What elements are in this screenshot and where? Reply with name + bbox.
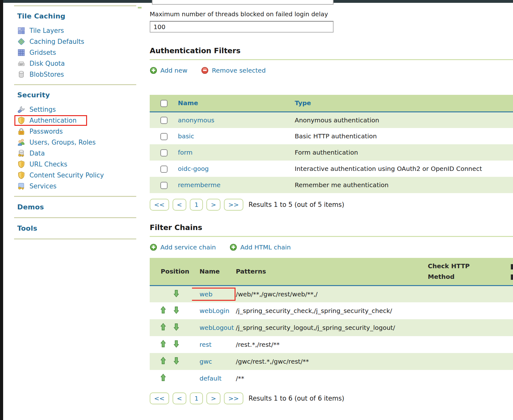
move-up-arrow[interactable]	[161, 357, 166, 365]
shield-icon	[17, 160, 25, 168]
row-checkbox[interactable]	[160, 182, 168, 189]
move-up-arrow[interactable]	[161, 306, 166, 314]
sidebar-item-label[interactable]: Users, Groups, Roles	[29, 139, 96, 146]
last-page-button[interactable]: >>	[224, 199, 243, 211]
sidebar-item-label[interactable]: Tile Layers	[29, 27, 64, 34]
clipped-column-fragment	[511, 274, 513, 280]
add-html-chain-link[interactable]: Add HTML chain	[230, 243, 291, 251]
clipped-column-header	[509, 258, 513, 285]
row-checkbox[interactable]	[160, 117, 168, 124]
next-page-button[interactable]: >	[206, 199, 220, 211]
annotation-red-box-web	[192, 288, 236, 301]
prev-page-button[interactable]: <	[173, 199, 187, 211]
next-page-button[interactable]: >	[206, 392, 220, 404]
sidebar-item-label[interactable]: URL Checks	[29, 161, 67, 168]
sidebar-item-label[interactable]: Authentication	[29, 117, 77, 124]
add-service-chain-link[interactable]: Add service chain	[150, 243, 216, 251]
filter-name-link[interactable]: rememberme	[178, 181, 220, 189]
table-header-row: Position Name Patterns Check HTTP Method	[150, 258, 513, 285]
sidebar-item-data[interactable]: Data	[17, 148, 136, 159]
sidebar-section-tools[interactable]: Tools	[17, 224, 136, 232]
sidebar-item-label[interactable]: Disk Quota	[29, 60, 65, 67]
cut-off-input-field[interactable]	[152, 0, 334, 5]
sidebar-item-label[interactable]: Settings	[29, 106, 56, 113]
chain-patterns-text: /j_spring_security_check,/j_spring_secur…	[236, 307, 392, 315]
results-summary: Results 1 to 5 (out of 5 items)	[249, 201, 345, 208]
results-summary: Results 1 to 6 (out of 6 items)	[249, 395, 345, 402]
threads-input[interactable]	[150, 21, 334, 33]
row-checkbox[interactable]	[160, 133, 168, 140]
sidebar-item-label[interactable]: Caching Defaults	[29, 38, 84, 45]
sidebar-item-content-security-policy[interactable]: Content Security Policy	[17, 170, 136, 181]
sidebar-item-settings[interactable]: Settings	[17, 104, 136, 115]
add-new-label: Add new	[160, 67, 187, 74]
first-page-button[interactable]: <<	[150, 392, 169, 404]
chain-patterns-text: /gwc/rest.*,/gwc/rest/**	[236, 358, 309, 365]
sidebar-divider	[14, 217, 136, 218]
table-row: oidc-goog Interactive authentication usi…	[150, 161, 513, 177]
column-header-name[interactable]: Name	[178, 99, 198, 107]
row-checkbox[interactable]	[160, 149, 168, 156]
filter-name-link[interactable]: anonymous	[178, 116, 215, 124]
chain-name-link[interactable]: web	[200, 290, 212, 298]
chain-name-link[interactable]: default	[200, 375, 221, 382]
filter-type-text: Anonymous authentication	[295, 116, 379, 124]
sidebar-item-services[interactable]: Services	[17, 181, 136, 192]
move-down-arrow[interactable]	[174, 306, 179, 314]
table-row: basic Basic HTTP authentication	[150, 128, 513, 144]
chain-name-link[interactable]: gwc	[200, 358, 212, 365]
sidebar-item-label[interactable]: Data	[29, 150, 45, 157]
move-down-arrow[interactable]	[174, 357, 179, 365]
filter-name-link[interactable]: form	[178, 149, 193, 156]
table-row: default /**	[150, 370, 513, 387]
add-new-link[interactable]: Add new	[150, 67, 187, 74]
sidebar-item-tile-layers[interactable]: Tile Layers	[17, 25, 136, 36]
sidebar-item-label[interactable]: Passwords	[29, 128, 63, 135]
sidebar-item-blobstores[interactable]: BlobStores	[17, 69, 136, 80]
sidebar-item-caching-defaults[interactable]: Caching Defaults	[17, 36, 136, 47]
caching-defaults-icon	[17, 38, 25, 46]
table-row: webLogout /j_spring_security_logout,/j_s…	[150, 319, 513, 336]
column-header-position: Position	[150, 258, 192, 285]
blobstores-icon	[17, 70, 25, 79]
prev-page-button[interactable]: <	[173, 392, 187, 404]
page-number-button[interactable]: 1	[190, 199, 203, 211]
shield-icon	[17, 116, 25, 125]
filter-type-text: Interactive authentication using OAuth2 …	[295, 165, 482, 172]
add-html-chain-label: Add HTML chain	[240, 243, 291, 251]
sidebar-item-disk-quota[interactable]: Disk Quota	[17, 58, 136, 69]
remove-selected-link[interactable]: Remove selected	[201, 67, 266, 74]
move-up-arrow[interactable]	[161, 340, 166, 348]
gridsets-icon	[17, 49, 25, 57]
sidebar-item-label[interactable]: Gridsets	[29, 49, 56, 56]
sidebar-item-gridsets[interactable]: Gridsets	[17, 47, 136, 58]
filter-name-link[interactable]: basic	[178, 132, 194, 140]
move-up-arrow[interactable]	[161, 374, 166, 382]
sidebar-item-label[interactable]: BlobStores	[29, 71, 64, 78]
chain-name-link[interactable]: webLogin	[200, 307, 229, 315]
last-page-button[interactable]: >>	[224, 392, 243, 404]
move-down-arrow[interactable]	[174, 340, 179, 348]
threads-field-label: Maximum number of threads blocked on fai…	[150, 11, 513, 18]
page-number-button[interactable]: 1	[190, 392, 203, 404]
chain-patterns-text: /rest.*,/rest/**	[236, 341, 280, 348]
filter-name-link[interactable]: oidc-goog	[178, 165, 209, 172]
sidebar-item-url-checks[interactable]: URL Checks	[17, 159, 136, 170]
sidebar-section-demos[interactable]: Demos	[17, 203, 136, 211]
sidebar-item-users-groups-roles[interactable]: Users, Groups, Roles	[17, 137, 136, 148]
filter-chains-heading: Filter Chains	[150, 223, 513, 237]
row-checkbox[interactable]	[160, 166, 168, 173]
move-down-arrow[interactable]	[174, 323, 179, 331]
column-header-type[interactable]: Type	[295, 99, 311, 107]
sidebar-item-authentication[interactable]: Authentication	[17, 115, 136, 126]
chain-patterns-text: /j_spring_security_logout,/j_spring_secu…	[236, 324, 395, 331]
chain-name-link[interactable]: webLogout	[200, 324, 234, 331]
sidebar-item-label[interactable]: Services	[29, 182, 56, 190]
sidebar-item-label[interactable]: Content Security Policy	[29, 172, 104, 179]
chain-name-link[interactable]: rest	[200, 341, 211, 348]
move-down-arrow[interactable]	[174, 289, 179, 297]
select-all-checkbox[interactable]	[160, 100, 168, 107]
move-up-arrow[interactable]	[161, 323, 166, 331]
first-page-button[interactable]: <<	[150, 199, 169, 211]
sidebar-item-passwords[interactable]: Passwords	[17, 126, 136, 137]
